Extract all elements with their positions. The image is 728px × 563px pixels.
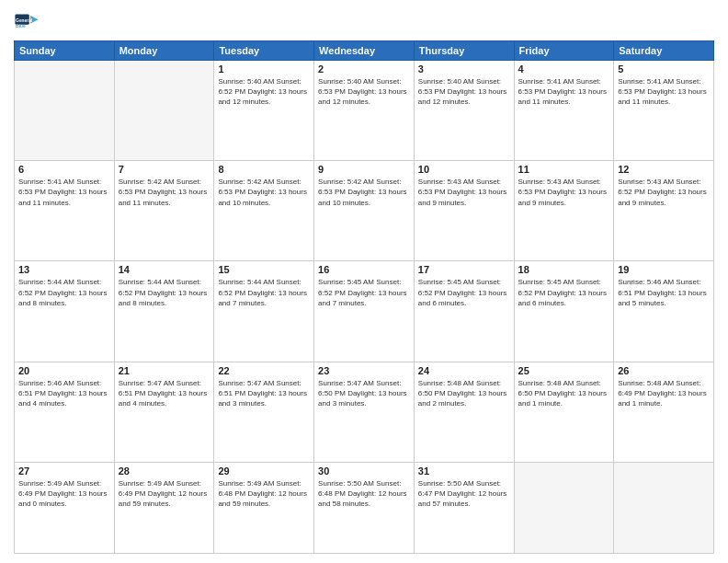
day-number: 3 [418, 63, 510, 75]
day-number: 1 [218, 63, 310, 75]
calendar-cell [15, 61, 115, 161]
day-number: 29 [218, 465, 310, 477]
day-number: 6 [18, 164, 110, 175]
day-number: 14 [119, 264, 210, 275]
day-info: Sunrise: 5:44 AM Sunset: 6:52 PM Dayligh… [18, 277, 110, 308]
day-number: 31 [418, 465, 510, 477]
day-number: 23 [318, 365, 410, 376]
week-row-4: 27Sunrise: 5:49 AM Sunset: 6:49 PM Dayli… [15, 462, 714, 553]
day-info: Sunrise: 5:48 AM Sunset: 6:50 PM Dayligh… [518, 378, 610, 409]
day-info: Sunrise: 5:42 AM Sunset: 6:53 PM Dayligh… [218, 177, 310, 208]
logo-icon: General Blue [14, 9, 40, 35]
day-number: 22 [218, 365, 310, 376]
calendar-cell: 31Sunrise: 5:50 AM Sunset: 6:47 PM Dayli… [414, 462, 514, 553]
svg-text:Blue: Blue [16, 24, 26, 29]
day-info: Sunrise: 5:42 AM Sunset: 6:53 PM Dayligh… [119, 177, 210, 208]
week-row-1: 6Sunrise: 5:41 AM Sunset: 6:53 PM Daylig… [15, 161, 714, 261]
calendar-cell: 25Sunrise: 5:48 AM Sunset: 6:50 PM Dayli… [514, 362, 614, 462]
calendar-cell: 8Sunrise: 5:42 AM Sunset: 6:53 PM Daylig… [214, 161, 314, 261]
calendar-cell: 14Sunrise: 5:44 AM Sunset: 6:52 PM Dayli… [114, 261, 214, 362]
day-header-saturday: Saturday [614, 41, 714, 61]
day-info: Sunrise: 5:49 AM Sunset: 6:48 PM Dayligh… [218, 478, 310, 510]
day-number: 25 [518, 365, 610, 376]
day-info: Sunrise: 5:43 AM Sunset: 6:52 PM Dayligh… [618, 177, 710, 208]
day-info: Sunrise: 5:40 AM Sunset: 6:53 PM Dayligh… [318, 76, 410, 108]
calendar-cell: 1Sunrise: 5:40 AM Sunset: 6:52 PM Daylig… [214, 61, 314, 161]
day-header-thursday: Thursday [414, 41, 514, 61]
calendar-cell: 24Sunrise: 5:48 AM Sunset: 6:50 PM Dayli… [414, 362, 514, 462]
calendar-cell [614, 462, 714, 553]
day-number: 27 [18, 465, 110, 477]
day-number: 2 [318, 63, 410, 75]
calendar-cell [114, 61, 214, 161]
day-number: 21 [119, 365, 210, 376]
calendar-cell: 4Sunrise: 5:41 AM Sunset: 6:53 PM Daylig… [514, 61, 614, 161]
calendar-cell: 3Sunrise: 5:40 AM Sunset: 6:53 PM Daylig… [414, 61, 514, 161]
day-info: Sunrise: 5:48 AM Sunset: 6:49 PM Dayligh… [618, 378, 710, 409]
day-info: Sunrise: 5:48 AM Sunset: 6:50 PM Dayligh… [418, 378, 510, 409]
day-info: Sunrise: 5:40 AM Sunset: 6:52 PM Dayligh… [218, 76, 310, 108]
day-number: 13 [18, 264, 110, 275]
week-row-0: 1Sunrise: 5:40 AM Sunset: 6:52 PM Daylig… [15, 61, 714, 161]
calendar-table: SundayMondayTuesdayWednesdayThursdayFrid… [14, 40, 714, 554]
day-info: Sunrise: 5:45 AM Sunset: 6:52 PM Dayligh… [418, 277, 510, 308]
calendar-cell: 10Sunrise: 5:43 AM Sunset: 6:53 PM Dayli… [414, 161, 514, 261]
page: General Blue SundayMondayTuesdayWednesda… [0, 0, 728, 563]
calendar-cell: 15Sunrise: 5:44 AM Sunset: 6:52 PM Dayli… [214, 261, 314, 362]
logo: General Blue [14, 9, 40, 35]
day-number: 15 [218, 264, 310, 275]
day-info: Sunrise: 5:42 AM Sunset: 6:53 PM Dayligh… [318, 177, 410, 208]
day-info: Sunrise: 5:47 AM Sunset: 6:51 PM Dayligh… [119, 378, 210, 409]
day-info: Sunrise: 5:41 AM Sunset: 6:53 PM Dayligh… [618, 76, 710, 108]
day-number: 19 [618, 264, 710, 275]
day-info: Sunrise: 5:41 AM Sunset: 6:53 PM Dayligh… [18, 177, 110, 208]
calendar-cell: 22Sunrise: 5:47 AM Sunset: 6:51 PM Dayli… [214, 362, 314, 462]
day-number: 30 [318, 465, 410, 477]
day-number: 7 [119, 164, 210, 175]
day-number: 28 [119, 465, 210, 477]
calendar-cell: 7Sunrise: 5:42 AM Sunset: 6:53 PM Daylig… [114, 161, 214, 261]
day-info: Sunrise: 5:49 AM Sunset: 6:49 PM Dayligh… [18, 478, 110, 510]
day-info: Sunrise: 5:46 AM Sunset: 6:51 PM Dayligh… [618, 277, 710, 308]
calendar-cell: 16Sunrise: 5:45 AM Sunset: 6:52 PM Dayli… [314, 261, 415, 362]
day-header-wednesday: Wednesday [314, 41, 415, 61]
calendar-cell: 2Sunrise: 5:40 AM Sunset: 6:53 PM Daylig… [314, 61, 415, 161]
day-number: 8 [218, 164, 310, 175]
day-number: 12 [618, 164, 710, 175]
day-number: 16 [318, 264, 410, 275]
day-header-tuesday: Tuesday [214, 41, 314, 61]
day-info: Sunrise: 5:50 AM Sunset: 6:47 PM Dayligh… [418, 478, 510, 510]
calendar-cell: 30Sunrise: 5:50 AM Sunset: 6:48 PM Dayli… [314, 462, 415, 553]
day-number: 26 [618, 365, 710, 376]
calendar-cell: 23Sunrise: 5:47 AM Sunset: 6:50 PM Dayli… [314, 362, 415, 462]
calendar-cell: 21Sunrise: 5:47 AM Sunset: 6:51 PM Dayli… [114, 362, 214, 462]
calendar-cell: 13Sunrise: 5:44 AM Sunset: 6:52 PM Dayli… [15, 261, 115, 362]
day-info: Sunrise: 5:43 AM Sunset: 6:53 PM Dayligh… [418, 177, 510, 208]
day-number: 17 [418, 264, 510, 275]
day-info: Sunrise: 5:50 AM Sunset: 6:48 PM Dayligh… [318, 478, 410, 510]
day-number: 10 [418, 164, 510, 175]
day-number: 11 [518, 164, 610, 175]
day-header-monday: Monday [114, 41, 214, 61]
day-info: Sunrise: 5:49 AM Sunset: 6:49 PM Dayligh… [119, 478, 210, 510]
calendar-header-row: SundayMondayTuesdayWednesdayThursdayFrid… [15, 41, 714, 61]
day-header-friday: Friday [514, 41, 614, 61]
calendar-cell: 17Sunrise: 5:45 AM Sunset: 6:52 PM Dayli… [414, 261, 514, 362]
calendar-cell: 28Sunrise: 5:49 AM Sunset: 6:49 PM Dayli… [114, 462, 214, 553]
calendar-cell: 18Sunrise: 5:45 AM Sunset: 6:52 PM Dayli… [514, 261, 614, 362]
calendar-cell: 19Sunrise: 5:46 AM Sunset: 6:51 PM Dayli… [614, 261, 714, 362]
week-row-2: 13Sunrise: 5:44 AM Sunset: 6:52 PM Dayli… [15, 261, 714, 362]
day-info: Sunrise: 5:47 AM Sunset: 6:50 PM Dayligh… [318, 378, 410, 409]
day-number: 18 [518, 264, 610, 275]
calendar-cell: 27Sunrise: 5:49 AM Sunset: 6:49 PM Dayli… [15, 462, 115, 553]
day-info: Sunrise: 5:45 AM Sunset: 6:52 PM Dayligh… [318, 277, 410, 308]
calendar-cell: 20Sunrise: 5:46 AM Sunset: 6:51 PM Dayli… [15, 362, 115, 462]
day-number: 20 [18, 365, 110, 376]
day-info: Sunrise: 5:45 AM Sunset: 6:52 PM Dayligh… [518, 277, 610, 308]
svg-text:General: General [16, 18, 33, 23]
calendar-cell [514, 462, 614, 553]
day-number: 4 [518, 63, 610, 75]
calendar-cell: 9Sunrise: 5:42 AM Sunset: 6:53 PM Daylig… [314, 161, 415, 261]
day-number: 5 [618, 63, 710, 75]
day-info: Sunrise: 5:41 AM Sunset: 6:53 PM Dayligh… [518, 76, 610, 108]
